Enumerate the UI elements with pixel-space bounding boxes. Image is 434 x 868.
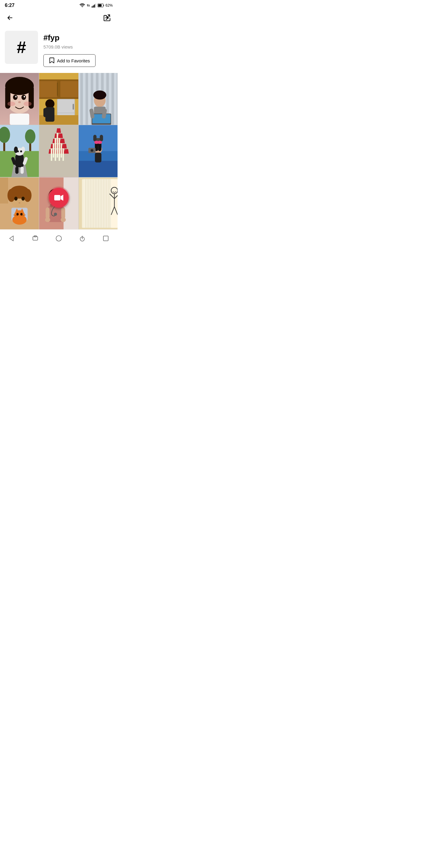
svg-rect-29 — [73, 104, 74, 110]
svg-rect-157 — [104, 179, 105, 228]
svg-rect-93 — [59, 149, 60, 161]
svg-point-106 — [97, 141, 102, 144]
svg-marker-72 — [59, 133, 63, 138]
nav-power-button[interactable] — [74, 233, 90, 244]
video-thumbnail-4[interactable] — [0, 125, 39, 177]
svg-marker-70 — [56, 128, 61, 133]
hashtag-icon-box: # — [5, 31, 38, 64]
svg-marker-170 — [10, 236, 13, 241]
svg-rect-65 — [16, 167, 19, 174]
svg-rect-171 — [33, 237, 38, 240]
svg-rect-100 — [100, 135, 103, 142]
svg-rect-102 — [95, 153, 101, 162]
svg-point-118 — [22, 196, 25, 200]
status-icons: 62% — [80, 3, 113, 7]
svg-rect-38 — [85, 73, 88, 125]
back-triangle-icon — [8, 235, 15, 242]
share-button[interactable] — [102, 13, 112, 25]
recents-icon — [32, 235, 38, 242]
signal-icon — [92, 3, 96, 7]
svg-rect-2 — [94, 4, 95, 7]
svg-point-115 — [7, 189, 16, 202]
svg-point-46 — [93, 90, 106, 99]
svg-point-12 — [13, 95, 18, 100]
svg-point-16 — [18, 101, 21, 103]
svg-point-137 — [54, 213, 57, 216]
svg-rect-154 — [100, 179, 100, 228]
svg-rect-37 — [80, 73, 83, 125]
svg-rect-43 — [112, 73, 114, 125]
svg-rect-89 — [57, 144, 58, 158]
status-time: 6:27 — [5, 3, 14, 8]
video-thumbnail-9[interactable] — [79, 178, 118, 229]
video-thumbnail-3[interactable] — [79, 73, 118, 125]
svg-point-173 — [56, 236, 61, 241]
svg-point-122 — [14, 210, 24, 219]
nav-home-button[interactable] — [51, 233, 67, 244]
camera-video-icon — [54, 194, 64, 202]
add-to-favorites-button[interactable]: Add to Favorites — [43, 54, 96, 67]
home-circle-icon — [56, 235, 62, 242]
bottom-nav — [0, 229, 118, 248]
video-thumbnail-6[interactable] — [79, 125, 118, 177]
svg-marker-79 — [62, 144, 67, 149]
video-thumbnail-2[interactable] — [39, 73, 78, 125]
svg-rect-149 — [92, 179, 92, 228]
svg-point-116 — [24, 189, 32, 202]
svg-rect-0 — [92, 6, 93, 7]
video-thumbnail-1[interactable] — [0, 73, 39, 125]
svg-rect-1 — [93, 5, 94, 7]
svg-rect-159 — [108, 179, 108, 228]
svg-rect-99 — [93, 135, 96, 142]
svg-rect-152 — [96, 179, 97, 228]
svg-rect-145 — [85, 179, 86, 228]
hashtag-views: 5709.0B views — [43, 44, 96, 50]
svg-point-67 — [17, 151, 19, 153]
svg-rect-23 — [39, 81, 57, 97]
svg-rect-88 — [53, 144, 54, 158]
hashtag-symbol: # — [17, 39, 26, 56]
top-nav — [0, 10, 118, 28]
svg-point-68 — [20, 151, 22, 153]
svg-marker-84 — [64, 149, 69, 154]
svg-rect-138 — [46, 207, 50, 219]
nav-back-system-button[interactable] — [4, 233, 20, 244]
svg-rect-176 — [103, 236, 108, 241]
share-icon — [103, 14, 111, 22]
header-info: #fyp 5709.0B views Add to Favorites — [43, 31, 96, 67]
bookmark-icon — [49, 58, 55, 64]
svg-rect-146 — [87, 179, 87, 228]
nav-recents-button[interactable] — [27, 233, 43, 244]
svg-rect-151 — [95, 179, 96, 228]
svg-point-125 — [16, 213, 19, 216]
back-button[interactable] — [5, 13, 16, 24]
camera-record-button[interactable] — [49, 188, 69, 208]
battery-percentage: 62% — [105, 3, 113, 7]
svg-rect-150 — [93, 179, 94, 228]
svg-rect-91 — [51, 149, 52, 161]
svg-point-15 — [24, 96, 25, 97]
svg-rect-19 — [10, 114, 29, 125]
nav-apps-button[interactable] — [98, 233, 114, 244]
svg-rect-25 — [57, 83, 58, 96]
add-favorites-label: Add to Favorites — [57, 58, 90, 63]
svg-point-126 — [20, 213, 23, 216]
svg-rect-153 — [98, 179, 98, 228]
svg-point-140 — [45, 217, 50, 222]
video-thumbnail-7[interactable] — [0, 178, 39, 229]
svg-rect-172 — [34, 236, 36, 237]
svg-rect-147 — [88, 179, 89, 228]
svg-rect-90 — [61, 144, 62, 158]
svg-marker-75 — [60, 139, 65, 144]
svg-point-17 — [7, 101, 16, 106]
svg-point-14 — [16, 96, 17, 97]
svg-rect-94 — [63, 149, 64, 161]
video-thumbnail-5[interactable] — [39, 125, 78, 177]
svg-point-117 — [14, 196, 18, 200]
svg-rect-92 — [55, 149, 56, 161]
wifi-icon — [80, 3, 85, 7]
svg-rect-44 — [117, 73, 118, 125]
svg-point-58 — [25, 129, 35, 144]
svg-rect-97 — [79, 161, 118, 177]
svg-point-109 — [91, 150, 93, 151]
